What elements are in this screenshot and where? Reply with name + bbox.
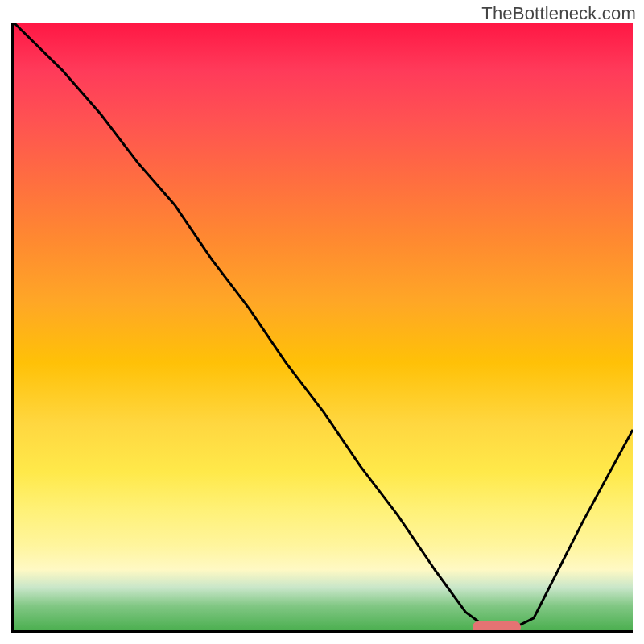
optimal-marker <box>473 621 521 633</box>
watermark-text: TheBottleneck.com <box>481 3 636 24</box>
chart-container: TheBottleneck.com <box>0 0 644 644</box>
plot-frame <box>11 23 633 633</box>
bottleneck-curve <box>14 23 633 630</box>
bottleneck-curve-path <box>14 23 633 630</box>
